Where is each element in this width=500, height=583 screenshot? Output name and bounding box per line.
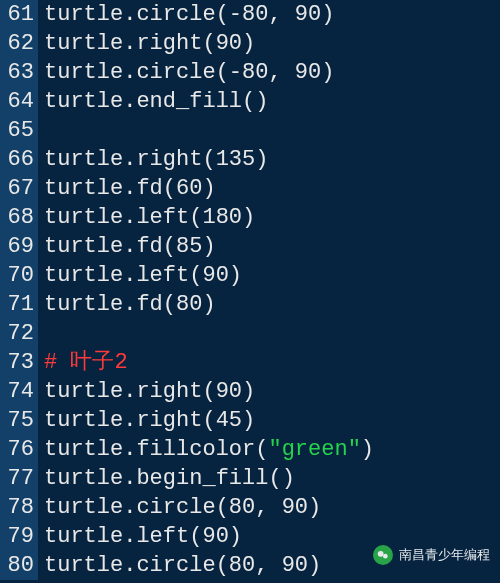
code-content: # 叶子2 (38, 348, 128, 377)
line-number: 62 (0, 29, 38, 58)
svg-point-0 (378, 550, 384, 556)
code-token: turtle.right(135) (44, 147, 268, 172)
code-token: turtle.right(45) (44, 408, 255, 433)
code-line: 67turtle.fd(60) (0, 174, 500, 203)
svg-point-1 (383, 553, 388, 558)
code-line: 75turtle.right(45) (0, 406, 500, 435)
code-content: turtle.right(90) (38, 29, 255, 58)
code-content: turtle.right(45) (38, 406, 255, 435)
code-content: turtle.circle(80, 90) (38, 493, 321, 522)
line-number: 76 (0, 435, 38, 464)
code-content: turtle.fd(60) (38, 174, 216, 203)
code-token: turtle.right(90) (44, 379, 255, 404)
code-content: turtle.fd(80) (38, 290, 216, 319)
line-number: 73 (0, 348, 38, 377)
code-content: turtle.right(135) (38, 145, 268, 174)
line-number: 72 (0, 319, 38, 348)
code-line: 72 (0, 319, 500, 348)
line-number: 77 (0, 464, 38, 493)
line-number: 63 (0, 58, 38, 87)
code-token: turtle.right(90) (44, 31, 255, 56)
code-token: turtle.circle(80, 90) (44, 553, 321, 578)
line-number: 67 (0, 174, 38, 203)
code-line: 77turtle.begin_fill() (0, 464, 500, 493)
code-line: 62turtle.right(90) (0, 29, 500, 58)
line-number: 69 (0, 232, 38, 261)
code-content: turtle.fillcolor("green") (38, 435, 374, 464)
code-content: turtle.fd(85) (38, 232, 216, 261)
code-token: turtle.left(90) (44, 263, 242, 288)
line-number: 79 (0, 522, 38, 551)
code-content (38, 116, 44, 145)
code-token: turtle.fd(60) (44, 176, 216, 201)
line-number: 61 (0, 0, 38, 29)
line-number: 70 (0, 261, 38, 290)
code-line: 64turtle.end_fill() (0, 87, 500, 116)
code-line: 66turtle.right(135) (0, 145, 500, 174)
code-line: 70turtle.left(90) (0, 261, 500, 290)
line-number: 65 (0, 116, 38, 145)
code-line: 65 (0, 116, 500, 145)
code-token: turtle.left(90) (44, 524, 242, 549)
code-content: turtle.end_fill() (38, 87, 268, 116)
code-content (38, 319, 44, 348)
code-line: 69turtle.fd(85) (0, 232, 500, 261)
code-line: 78turtle.circle(80, 90) (0, 493, 500, 522)
code-token: turtle.fd(80) (44, 292, 216, 317)
code-token: turtle.begin_fill() (44, 466, 295, 491)
code-line: 74turtle.right(90) (0, 377, 500, 406)
code-line: 68turtle.left(180) (0, 203, 500, 232)
line-number: 75 (0, 406, 38, 435)
line-number: 78 (0, 493, 38, 522)
code-line: 63turtle.circle(-80, 90) (0, 58, 500, 87)
code-line: 73# 叶子2 (0, 348, 500, 377)
code-token: turtle.circle(-80, 90) (44, 60, 334, 85)
code-content: turtle.left(90) (38, 522, 242, 551)
code-content: turtle.circle(80, 90) (38, 551, 321, 580)
code-content: turtle.circle(-80, 90) (38, 0, 334, 29)
code-line: 61turtle.circle(-80, 90) (0, 0, 500, 29)
code-content: turtle.circle(-80, 90) (38, 58, 334, 87)
code-token: turtle.end_fill() (44, 89, 268, 114)
code-content: turtle.left(180) (38, 203, 255, 232)
watermark: 南昌青少年编程 (373, 540, 490, 569)
code-token: turtle.fd(85) (44, 234, 216, 259)
line-number: 64 (0, 87, 38, 116)
code-content: turtle.right(90) (38, 377, 255, 406)
code-line: 71turtle.fd(80) (0, 290, 500, 319)
wechat-icon (373, 545, 393, 565)
code-token: # 叶子2 (44, 350, 128, 375)
line-number: 68 (0, 203, 38, 232)
code-token: turtle.circle(-80, 90) (44, 2, 334, 27)
code-content: turtle.left(90) (38, 261, 242, 290)
line-number: 71 (0, 290, 38, 319)
code-token: ) (361, 437, 374, 462)
code-token: turtle.left(180) (44, 205, 255, 230)
line-number: 74 (0, 377, 38, 406)
watermark-label: 南昌青少年编程 (399, 540, 490, 569)
code-token: turtle.circle(80, 90) (44, 495, 321, 520)
line-number: 80 (0, 551, 38, 580)
code-editor: 61turtle.circle(-80, 90)62turtle.right(9… (0, 0, 500, 580)
code-content: turtle.begin_fill() (38, 464, 295, 493)
line-number: 66 (0, 145, 38, 174)
code-token: turtle.fillcolor( (44, 437, 268, 462)
code-line: 76turtle.fillcolor("green") (0, 435, 500, 464)
code-token: "green" (268, 437, 360, 462)
